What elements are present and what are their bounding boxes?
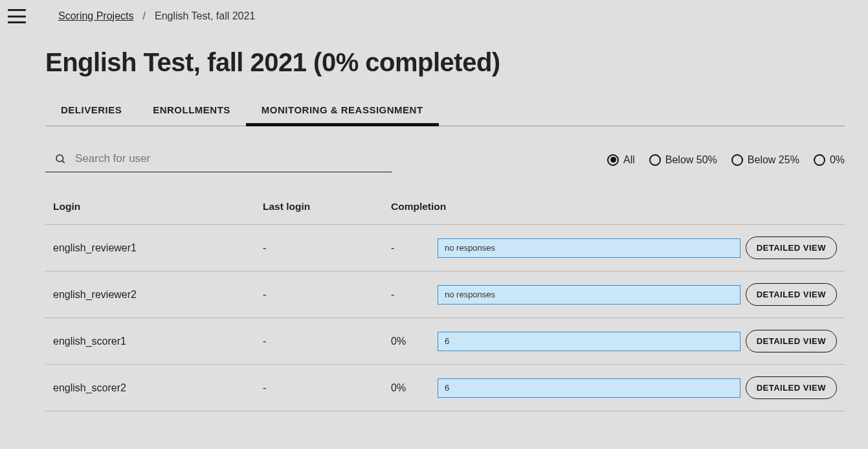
detailed-view-button[interactable]: DETAILED VIEW: [746, 376, 837, 399]
breadcrumb-root-link[interactable]: Scoring Projects: [58, 10, 134, 22]
filter-label: 0%: [830, 154, 845, 166]
cell-login: english_scorer2: [53, 382, 263, 394]
radio-icon: [649, 154, 661, 166]
table-row: english_scorer1 - 0% 6 DETAILED VIEW: [45, 317, 845, 364]
filter-label: Below 50%: [665, 154, 717, 166]
search-field[interactable]: [45, 147, 392, 172]
tab-monitoring[interactable]: MONITORING & REASSIGNMENT: [262, 97, 423, 126]
table-header-row: Login Last login Completion: [45, 192, 845, 224]
page-title: English Test, fall 2021 (0% completed): [45, 48, 845, 77]
tab-enrollments[interactable]: ENROLLMENTS: [153, 97, 230, 126]
filter-radio-below-50[interactable]: Below 50%: [649, 154, 717, 166]
filter-label: All: [623, 154, 635, 166]
search-input[interactable]: [75, 152, 390, 165]
col-header-last-login: Last login: [263, 201, 391, 213]
filter-radio-below-25[interactable]: Below 25%: [731, 154, 799, 166]
svg-line-1: [62, 161, 64, 163]
cell-last-login: -: [263, 242, 391, 254]
menu-hamburger-icon[interactable]: [8, 9, 26, 23]
tabs: DELIVERIES ENROLLMENTS MONITORING & REAS…: [45, 97, 845, 126]
filter-label: Below 25%: [748, 154, 799, 166]
filter-radio-zero[interactable]: 0%: [814, 154, 845, 166]
search-icon: [54, 153, 66, 165]
table-row: english_reviewer1 - - no responses DETAI…: [45, 224, 845, 271]
completion-filters: All Below 50% Below 25% 0%: [607, 154, 845, 166]
detailed-view-button[interactable]: DETAILED VIEW: [746, 236, 837, 259]
cell-login: english_scorer1: [53, 336, 263, 347]
col-header-completion: Completion: [391, 201, 746, 213]
progress-indicator: 6: [438, 332, 740, 351]
detailed-view-button[interactable]: DETAILED VIEW: [746, 330, 837, 352]
detailed-view-button[interactable]: DETAILED VIEW: [746, 283, 837, 306]
table-row: english_scorer2 - 0% 6 DETAILED VIEW: [45, 364, 845, 411]
radio-icon: [731, 154, 743, 166]
progress-indicator: no responses: [438, 238, 740, 258]
breadcrumb: Scoring Projects / English Test, fall 20…: [45, 0, 845, 22]
breadcrumb-separator: /: [143, 10, 146, 22]
cell-last-login: -: [263, 289, 391, 301]
filter-radio-all[interactable]: All: [607, 154, 635, 166]
cell-last-login: -: [263, 336, 391, 347]
cell-login: english_reviewer2: [53, 289, 263, 301]
breadcrumb-current: English Test, fall 2021: [155, 10, 255, 22]
radio-icon: [814, 154, 825, 166]
progress-indicator: no responses: [438, 285, 740, 305]
col-header-login: Login: [53, 201, 263, 213]
cell-login: english_reviewer1: [53, 242, 263, 254]
cell-last-login: -: [263, 382, 391, 394]
svg-point-0: [56, 155, 63, 162]
cell-completion: 0%: [391, 382, 438, 394]
users-table: Login Last login Completion english_revi…: [45, 192, 845, 411]
cell-completion: 0%: [391, 336, 438, 347]
radio-icon: [607, 154, 619, 166]
tab-deliveries[interactable]: DELIVERIES: [61, 97, 122, 126]
cell-completion: -: [391, 242, 438, 254]
table-row: english_reviewer2 - - no responses DETAI…: [45, 271, 845, 317]
progress-indicator: 6: [438, 378, 740, 398]
cell-completion: -: [391, 289, 438, 301]
